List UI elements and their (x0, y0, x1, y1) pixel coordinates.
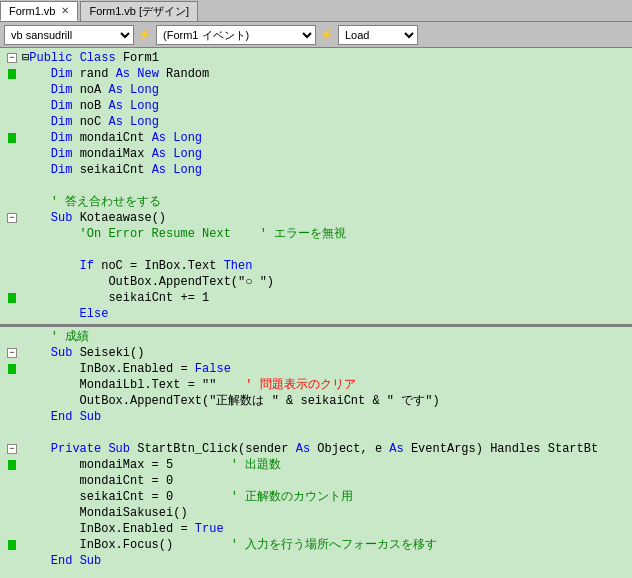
line-text: End Sub (22, 409, 630, 425)
collapse-icon[interactable]: − (7, 348, 17, 358)
line-text: OutBox.AppendText("○ ") (22, 274, 630, 290)
code-line (0, 425, 632, 441)
line-text: InBox.Focus() ' 入力を行う場所へフォーカスを移す (22, 537, 630, 553)
toolbar: vb sansudrill ⚡ (Form1 イベント) ⚡ Load (0, 22, 632, 48)
line-gutter: − (2, 53, 22, 63)
line-text: Dim noA As Long (22, 82, 630, 98)
line-text: seikaiCnt += 1 (22, 290, 630, 306)
line-text: Dim rand As New Random (22, 66, 630, 82)
line-text: ' 成績 (22, 329, 630, 345)
code-line: Dim mondaiMax As Long (0, 146, 632, 162)
code-line: Dim noA As Long (0, 82, 632, 98)
code-line: InBox.Enabled = True (0, 521, 632, 537)
code-line: Dim noB As Long (0, 98, 632, 114)
line-gutter (2, 364, 22, 374)
code-line: If noC = InBox.Text Then (0, 258, 632, 274)
code-line: MondaiLbl.Text = "" ' 問題表示のクリア (0, 377, 632, 393)
line-text: Private Sub StartBtn_Click(sender As Obj… (22, 441, 630, 457)
line-text: Dim mondaiMax As Long (22, 146, 630, 162)
code-line: End Sub (0, 409, 632, 425)
line-text: Else (22, 306, 630, 322)
line-gutter (2, 69, 22, 79)
class-dropdown[interactable]: vb sansudrill (4, 25, 134, 45)
method-dropdown[interactable]: Load (338, 25, 418, 45)
code-line (0, 242, 632, 258)
line-gutter: − (2, 348, 22, 358)
code-line: − Sub Kotaeawase() (0, 210, 632, 226)
code-line: seikaiCnt = 0 ' 正解数のカウント用 (0, 489, 632, 505)
tab-label: Form1.vb (9, 5, 55, 17)
line-text: seikaiCnt = 0 ' 正解数のカウント用 (22, 489, 630, 505)
line-text: End Sub (22, 553, 630, 569)
tab-form1vb[interactable]: Form1.vb ✕ (0, 1, 78, 21)
lightning-icon1: ⚡ (138, 28, 152, 41)
breakpoint-dot (8, 540, 16, 550)
code-line: − Private Sub StartBtn_Click(sender As O… (0, 441, 632, 457)
code-line: OutBox.AppendText("× ") (0, 322, 632, 324)
code-line (0, 178, 632, 194)
breakpoint-dot (8, 364, 16, 374)
code-content-top: −⊟Public Class Form1 Dim rand As New Ran… (0, 48, 632, 324)
code-panel-bottom[interactable]: ' 成績− Sub Seiseki() InBox.Enabled = Fals… (0, 327, 632, 578)
line-gutter (2, 293, 22, 303)
line-text: OutBox.AppendText("× ") (22, 322, 630, 324)
line-text: Dim seikaiCnt As Long (22, 162, 630, 178)
code-line: InBox.Enabled = False (0, 361, 632, 377)
line-text: ⊟Public Class Form1 (22, 50, 630, 66)
line-text: Sub Seiseki() (22, 345, 630, 361)
code-line: OutBox.AppendText("正解数は " & seikaiCnt & … (0, 393, 632, 409)
code-line: InBox.Focus() ' 入力を行う場所へフォーカスを移す (0, 537, 632, 553)
line-text: Dim noB As Long (22, 98, 630, 114)
main-window: Form1.vb ✕ Form1.vb [デザイン] vb sansudrill… (0, 0, 632, 578)
line-text: If noC = InBox.Text Then (22, 258, 630, 274)
line-text: 'On Error Resume Next ' エラーを無視 (22, 226, 630, 242)
line-text: InBox.Enabled = True (22, 521, 630, 537)
tab-label: Form1.vb [デザイン] (89, 4, 189, 19)
line-gutter (2, 133, 22, 143)
code-line: seikaiCnt += 1 (0, 290, 632, 306)
breakpoint-dot (8, 293, 16, 303)
tab-form1vb-design[interactable]: Form1.vb [デザイン] (80, 1, 198, 21)
line-text: Sub Kotaeawase() (22, 210, 630, 226)
line-text: MondaiLbl.Text = "" ' 問題表示のクリア (22, 377, 630, 393)
line-text: Dim noC As Long (22, 114, 630, 130)
line-gutter (2, 460, 22, 470)
code-line: OutBox.AppendText("○ ") (0, 274, 632, 290)
line-text: MondaiSakusei() (22, 505, 630, 521)
line-gutter: − (2, 444, 22, 454)
code-line: End Sub (0, 553, 632, 569)
code-line: mondaiMax = 5 ' 出題数 (0, 457, 632, 473)
breakpoint-dot (8, 460, 16, 470)
breakpoint-dot (8, 69, 16, 79)
code-line: Else (0, 306, 632, 322)
lightning-icon2: ⚡ (320, 28, 334, 41)
lightning1: ⚡ (138, 28, 152, 41)
code-content-bottom: ' 成績− Sub Seiseki() InBox.Enabled = Fals… (0, 327, 632, 578)
line-text: ' 答え合わせをする (22, 194, 630, 210)
code-line: Dim noC As Long (0, 114, 632, 130)
breakpoint-dot (8, 133, 16, 143)
line-text: OutBox.AppendText("正解数は " & seikaiCnt & … (22, 393, 630, 409)
code-line: ' 答え合わせをする (0, 194, 632, 210)
collapse-icon[interactable]: − (7, 444, 17, 454)
code-line: Dim mondaiCnt As Long (0, 130, 632, 146)
code-line: 'On Error Resume Next ' エラーを無視 (0, 226, 632, 242)
line-text: Dim mondaiCnt As Long (22, 130, 630, 146)
event-dropdown[interactable]: (Form1 イベント) (156, 25, 316, 45)
code-line: Dim seikaiCnt As Long (0, 162, 632, 178)
line-text: mondaiCnt = 0 (22, 473, 630, 489)
lightning2: ⚡ (320, 28, 334, 41)
collapse-icon[interactable]: − (7, 213, 17, 223)
code-line: mondaiCnt = 0 (0, 473, 632, 489)
code-panel-top[interactable]: −⊟Public Class Form1 Dim rand As New Ran… (0, 48, 632, 327)
line-gutter (2, 540, 22, 550)
tab-bar: Form1.vb ✕ Form1.vb [デザイン] (0, 0, 632, 22)
collapse-icon[interactable]: − (7, 53, 17, 63)
line-text: InBox.Enabled = False (22, 361, 630, 377)
close-icon[interactable]: ✕ (61, 5, 69, 16)
code-area: −⊟Public Class Form1 Dim rand As New Ran… (0, 48, 632, 578)
line-text: mondaiMax = 5 ' 出題数 (22, 457, 630, 473)
code-line: Dim rand As New Random (0, 66, 632, 82)
code-line: − Sub Seiseki() (0, 345, 632, 361)
line-gutter: − (2, 213, 22, 223)
